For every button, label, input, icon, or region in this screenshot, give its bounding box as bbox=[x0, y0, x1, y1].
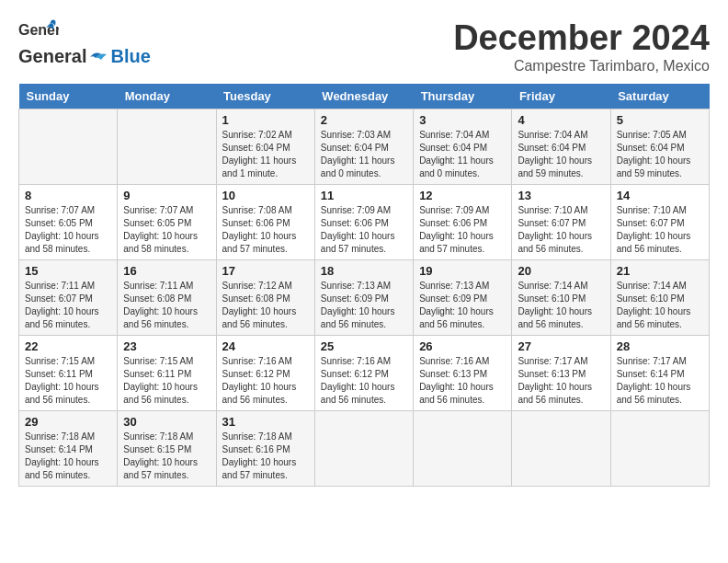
calendar-cell: 24Sunrise: 7:16 AMSunset: 6:12 PMDayligh… bbox=[216, 336, 314, 411]
calendar-cell: 27Sunrise: 7:17 AMSunset: 6:13 PMDayligh… bbox=[512, 336, 610, 411]
day-info: Sunrise: 7:13 AMSunset: 6:09 PMDaylight:… bbox=[321, 280, 407, 331]
day-number: 2 bbox=[321, 113, 407, 127]
day-info: Sunrise: 7:17 AMSunset: 6:13 PMDaylight:… bbox=[518, 355, 604, 407]
calendar-cell: 30Sunrise: 7:18 AMSunset: 6:15 PMDayligh… bbox=[118, 411, 216, 487]
calendar-table: SundayMondayTuesdayWednesdayThursdayFrid… bbox=[18, 84, 710, 487]
day-number: 1 bbox=[222, 113, 309, 127]
calendar-cell bbox=[118, 109, 216, 185]
week-row-2: 8Sunrise: 7:07 AMSunset: 6:05 PMDaylight… bbox=[19, 185, 710, 260]
logo-general: General bbox=[18, 46, 86, 67]
calendar-cell: 13Sunrise: 7:10 AMSunset: 6:07 PMDayligh… bbox=[512, 185, 610, 260]
header-thursday: Thursday bbox=[414, 84, 512, 109]
header-monday: Monday bbox=[118, 84, 216, 109]
calendar-cell: 1Sunrise: 7:02 AMSunset: 6:04 PMDaylight… bbox=[216, 109, 314, 185]
calendar-cell: 21Sunrise: 7:14 AMSunset: 6:10 PMDayligh… bbox=[610, 260, 709, 336]
header-tuesday: Tuesday bbox=[216, 84, 314, 109]
day-number: 9 bbox=[123, 189, 210, 202]
calendar-cell: 22Sunrise: 7:15 AMSunset: 6:11 PMDayligh… bbox=[19, 336, 118, 411]
day-info: Sunrise: 7:07 AMSunset: 6:05 PMDaylight:… bbox=[123, 204, 210, 256]
day-number: 5 bbox=[617, 113, 703, 127]
calendar-cell: 10Sunrise: 7:08 AMSunset: 6:06 PMDayligh… bbox=[216, 185, 314, 260]
calendar-cell: 8Sunrise: 7:07 AMSunset: 6:05 PMDaylight… bbox=[19, 185, 118, 260]
calendar-cell: 29Sunrise: 7:18 AMSunset: 6:14 PMDayligh… bbox=[19, 411, 118, 487]
calendar-cell: 11Sunrise: 7:09 AMSunset: 6:06 PMDayligh… bbox=[314, 185, 413, 260]
calendar-cell: 3Sunrise: 7:04 AMSunset: 6:04 PMDaylight… bbox=[414, 109, 512, 185]
calendar-cell: 19Sunrise: 7:13 AMSunset: 6:09 PMDayligh… bbox=[414, 260, 512, 336]
week-row-5: 29Sunrise: 7:18 AMSunset: 6:14 PMDayligh… bbox=[19, 411, 710, 487]
calendar-cell bbox=[314, 411, 413, 487]
day-info: Sunrise: 7:17 AMSunset: 6:14 PMDaylight:… bbox=[617, 355, 703, 407]
calendar-cell: 23Sunrise: 7:15 AMSunset: 6:11 PMDayligh… bbox=[118, 336, 216, 411]
day-info: Sunrise: 7:14 AMSunset: 6:10 PMDaylight:… bbox=[518, 280, 604, 331]
day-info: Sunrise: 7:18 AMSunset: 6:14 PMDaylight:… bbox=[25, 431, 111, 482]
day-info: Sunrise: 7:04 AMSunset: 6:04 PMDaylight:… bbox=[518, 129, 604, 180]
calendar-cell: 16Sunrise: 7:11 AMSunset: 6:08 PMDayligh… bbox=[118, 260, 216, 336]
page-header: General General Blue December 2024 Campe… bbox=[18, 18, 710, 75]
header-row: SundayMondayTuesdayWednesdayThursdayFrid… bbox=[19, 84, 710, 109]
day-info: Sunrise: 7:04 AMSunset: 6:04 PMDaylight:… bbox=[419, 129, 506, 180]
day-number: 11 bbox=[321, 189, 407, 202]
day-info: Sunrise: 7:02 AMSunset: 6:04 PMDaylight:… bbox=[222, 129, 309, 180]
day-number: 30 bbox=[123, 415, 210, 429]
calendar-cell bbox=[414, 411, 512, 487]
calendar-cell: 14Sunrise: 7:10 AMSunset: 6:07 PMDayligh… bbox=[610, 185, 709, 260]
day-info: Sunrise: 7:09 AMSunset: 6:06 PMDaylight:… bbox=[419, 204, 506, 256]
calendar-cell: 20Sunrise: 7:14 AMSunset: 6:10 PMDayligh… bbox=[512, 260, 610, 336]
day-info: Sunrise: 7:18 AMSunset: 6:16 PMDaylight:… bbox=[222, 431, 309, 482]
calendar-cell bbox=[512, 411, 610, 487]
day-number: 26 bbox=[419, 339, 506, 353]
day-number: 23 bbox=[123, 339, 210, 353]
day-info: Sunrise: 7:10 AMSunset: 6:07 PMDaylight:… bbox=[617, 204, 703, 256]
header-saturday: Saturday bbox=[610, 84, 709, 109]
calendar-cell: 17Sunrise: 7:12 AMSunset: 6:08 PMDayligh… bbox=[216, 260, 314, 336]
day-info: Sunrise: 7:18 AMSunset: 6:15 PMDaylight:… bbox=[123, 431, 210, 482]
day-number: 12 bbox=[419, 189, 506, 202]
bird-icon bbox=[88, 51, 108, 63]
calendar-cell: 9Sunrise: 7:07 AMSunset: 6:05 PMDaylight… bbox=[118, 185, 216, 260]
logo-icon: General bbox=[18, 18, 59, 46]
header-sunday: Sunday bbox=[19, 84, 118, 109]
day-number: 27 bbox=[518, 339, 604, 353]
header-wednesday: Wednesday bbox=[314, 84, 413, 109]
month-title: December 2024 bbox=[453, 18, 710, 58]
logo: General General Blue bbox=[18, 18, 151, 67]
day-number: 18 bbox=[321, 264, 407, 278]
week-row-3: 15Sunrise: 7:11 AMSunset: 6:07 PMDayligh… bbox=[19, 260, 710, 336]
calendar-cell: 5Sunrise: 7:05 AMSunset: 6:04 PMDaylight… bbox=[610, 109, 709, 185]
day-info: Sunrise: 7:11 AMSunset: 6:07 PMDaylight:… bbox=[25, 280, 111, 331]
day-number: 24 bbox=[222, 339, 309, 353]
day-info: Sunrise: 7:03 AMSunset: 6:04 PMDaylight:… bbox=[321, 129, 407, 180]
day-info: Sunrise: 7:16 AMSunset: 6:12 PMDaylight:… bbox=[222, 355, 309, 407]
day-info: Sunrise: 7:05 AMSunset: 6:04 PMDaylight:… bbox=[617, 129, 703, 180]
day-number: 4 bbox=[518, 113, 604, 127]
calendar-cell bbox=[610, 411, 709, 487]
day-info: Sunrise: 7:16 AMSunset: 6:13 PMDaylight:… bbox=[419, 355, 506, 407]
day-number: 17 bbox=[222, 264, 309, 278]
day-info: Sunrise: 7:12 AMSunset: 6:08 PMDaylight:… bbox=[222, 280, 309, 331]
week-row-4: 22Sunrise: 7:15 AMSunset: 6:11 PMDayligh… bbox=[19, 336, 710, 411]
day-info: Sunrise: 7:14 AMSunset: 6:10 PMDaylight:… bbox=[617, 280, 703, 331]
day-number: 25 bbox=[321, 339, 407, 353]
week-row-1: 1Sunrise: 7:02 AMSunset: 6:04 PMDaylight… bbox=[19, 109, 710, 185]
calendar-cell: 12Sunrise: 7:09 AMSunset: 6:06 PMDayligh… bbox=[414, 185, 512, 260]
day-number: 15 bbox=[25, 264, 111, 278]
day-info: Sunrise: 7:11 AMSunset: 6:08 PMDaylight:… bbox=[123, 280, 210, 331]
logo-blue: Blue bbox=[110, 46, 150, 67]
day-number: 20 bbox=[518, 264, 604, 278]
day-number: 3 bbox=[419, 113, 506, 127]
calendar-cell: 28Sunrise: 7:17 AMSunset: 6:14 PMDayligh… bbox=[610, 336, 709, 411]
calendar-cell: 15Sunrise: 7:11 AMSunset: 6:07 PMDayligh… bbox=[19, 260, 118, 336]
day-info: Sunrise: 7:09 AMSunset: 6:06 PMDaylight:… bbox=[321, 204, 407, 256]
day-info: Sunrise: 7:07 AMSunset: 6:05 PMDaylight:… bbox=[25, 204, 111, 256]
day-number: 10 bbox=[222, 189, 309, 202]
day-number: 31 bbox=[222, 415, 309, 429]
calendar-cell: 4Sunrise: 7:04 AMSunset: 6:04 PMDaylight… bbox=[512, 109, 610, 185]
calendar-cell bbox=[19, 109, 118, 185]
day-number: 19 bbox=[419, 264, 506, 278]
day-number: 28 bbox=[617, 339, 703, 353]
day-info: Sunrise: 7:16 AMSunset: 6:12 PMDaylight:… bbox=[321, 355, 407, 407]
day-info: Sunrise: 7:15 AMSunset: 6:11 PMDaylight:… bbox=[123, 355, 210, 407]
day-number: 29 bbox=[25, 415, 111, 429]
day-info: Sunrise: 7:13 AMSunset: 6:09 PMDaylight:… bbox=[419, 280, 506, 331]
day-number: 22 bbox=[25, 339, 111, 353]
